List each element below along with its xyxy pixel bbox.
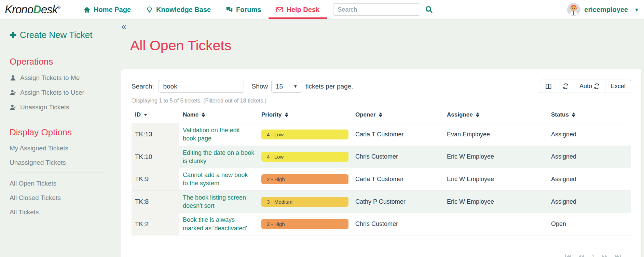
sidebar-item-label: Unassign Tickets (20, 104, 69, 111)
ticket-id: TK:13 (132, 123, 179, 146)
ticket-opener: Carla T Customer (352, 168, 443, 191)
ticket-status: Assigned (548, 168, 631, 191)
table-row: TK:13 Validation on the edit book page 4… (132, 123, 631, 146)
logo-text-d: D (33, 3, 41, 16)
sidebar-item-assign-tickets-to-me[interactable]: Assign Tickets to Me (10, 74, 112, 82)
next-page-icon (600, 253, 608, 257)
auto-refresh-label: Auto (579, 83, 592, 90)
ticket-status: Assigned (548, 146, 631, 168)
last-page-icon (614, 253, 622, 257)
sort-both-icon (285, 112, 288, 117)
registered-mark: ® (57, 5, 60, 10)
search-icon[interactable] (425, 5, 433, 14)
sidebar-item-label: Assign Tickets to Me (20, 74, 80, 82)
ticket-name-link[interactable]: Cannot add a new book to the system (183, 171, 255, 188)
user-plus-icon (10, 89, 16, 96)
table-header-row: ID Name Priority Opener Assignee Status (132, 107, 631, 123)
column-header-priority[interactable]: Priority (258, 107, 352, 123)
app-logo[interactable]: KronoDesk® (5, 3, 60, 16)
ticket-assignee: Eric W Employee (443, 190, 548, 213)
nav-help-desk[interactable]: Help Desk (269, 0, 327, 19)
current-page-number[interactable]: 1 (591, 253, 595, 257)
sidebar-item-all-open-tickets[interactable]: All Open Tickets (10, 180, 112, 187)
results-summary: Displaying 1 to 5 of 5 tickets. (Filtere… (132, 98, 631, 104)
create-new-ticket-button[interactable]: ✚ Create New Ticket (10, 30, 112, 40)
priority-badge: 3 - Medium (261, 197, 348, 207)
avatar (567, 3, 580, 16)
global-search (333, 3, 433, 16)
logo-text-krono: Krono (5, 3, 33, 16)
sidebar-item-unassign-tickets[interactable]: Unassign Tickets (10, 104, 112, 111)
columns-button[interactable] (540, 80, 557, 93)
column-header-id[interactable]: ID (132, 107, 179, 123)
ticket-status: Assigned (548, 190, 631, 213)
last-page-button[interactable] (614, 253, 622, 257)
column-header-name[interactable]: Name (179, 107, 258, 123)
previous-page-button[interactable] (577, 253, 586, 257)
column-header-assignee[interactable]: Assignee (443, 107, 548, 123)
home-icon (83, 6, 91, 13)
nav-forums[interactable]: Forums (218, 0, 269, 19)
ticket-assignee: Eric W Employee (443, 146, 548, 168)
ticket-name-link[interactable]: Validation on the edit book page (183, 126, 255, 143)
ticket-id: TK:10 (132, 146, 179, 168)
next-page-button[interactable] (600, 253, 608, 257)
user-x-icon (10, 104, 16, 111)
sidebar-item-my-assigned-tickets[interactable]: My Assigned Tickets (10, 145, 112, 152)
ticket-status: Open (548, 213, 631, 235)
page-title: All Open Tickets (130, 38, 641, 54)
table-toolbar: Auto Excel (540, 80, 631, 93)
envelope-icon (276, 6, 283, 13)
sidebar-item-assign-tickets-to-user[interactable]: Assign Tickets to User (10, 89, 112, 96)
forums-icon (226, 6, 233, 13)
username: ericemployee (584, 6, 628, 14)
auto-refresh-button[interactable]: Auto (574, 80, 605, 93)
priority-badge: 2 - High (261, 219, 348, 229)
column-header-status[interactable]: Status (548, 107, 631, 123)
operations-list: Assign Tickets to Me Assign Tickets to U… (10, 74, 112, 111)
display-options-heading: Display Options (10, 127, 112, 138)
priority-badge: 2 - High (261, 174, 348, 184)
table-row: TK:2 Book title is always marked as 'dea… (132, 213, 631, 235)
show-label: Show (251, 83, 268, 90)
main-content: « All Open Tickets Search: Show 15 ▼ tic… (115, 19, 644, 257)
ticket-name-link[interactable]: Book title is always marked as 'deactiva… (183, 216, 255, 232)
top-navigation: Home Page Knowledge Base Forums Help Des… (76, 0, 327, 19)
pagination: 1 (132, 253, 622, 257)
user-menu[interactable]: ericemployee ▼ (567, 3, 639, 16)
header-label: Status (551, 111, 569, 118)
ticket-search-input[interactable] (159, 80, 244, 93)
nav-label: Home Page (94, 6, 131, 14)
refresh-button[interactable] (557, 80, 574, 93)
header-label: ID (135, 111, 141, 118)
operations-heading: Operations (10, 56, 112, 67)
ticket-name-link[interactable]: Editing the date on a book is clunky (183, 149, 255, 165)
collapse-sidebar-button[interactable]: « (121, 22, 132, 31)
tickets-card: Search: Show 15 ▼ tickets per page. (121, 69, 641, 257)
column-header-opener[interactable]: Opener (352, 107, 443, 123)
table-controls: Search: Show 15 ▼ tickets per page. (132, 80, 631, 93)
refresh-icon (593, 83, 600, 90)
sidebar-item-all-tickets[interactable]: All Tickets (10, 208, 112, 216)
ticket-name-link[interactable]: The book listing screen doesn't sort (183, 193, 255, 210)
ticket-status: Assigned (548, 123, 631, 146)
ticket-id: TK:8 (132, 190, 179, 213)
page-size-group: Show 15 ▼ tickets per page. (251, 80, 353, 93)
header-label: Priority (261, 111, 282, 118)
global-search-input[interactable] (333, 3, 420, 16)
excel-export-button[interactable]: Excel (605, 80, 631, 93)
plus-icon: ✚ (10, 30, 16, 40)
sort-both-icon (572, 112, 575, 117)
sidebar-item-unassigned-tickets[interactable]: Unassigned Tickets (10, 159, 112, 166)
ticket-opener: Cathy P Customer (352, 190, 443, 213)
nav-knowledge-base[interactable]: Knowledge Base (138, 0, 218, 19)
search-label: Search: (132, 83, 154, 90)
sidebar-item-all-closed-tickets[interactable]: All Closed Tickets (10, 194, 112, 202)
sort-both-icon (379, 112, 382, 117)
first-page-button[interactable] (564, 253, 572, 257)
page-size-select[interactable]: 15 ▼ (271, 80, 302, 93)
lightbulb-icon (146, 6, 153, 13)
nav-home-page[interactable]: Home Page (76, 0, 138, 19)
priority-badge: 4 - Low (261, 130, 348, 139)
sort-both-icon (476, 112, 479, 117)
